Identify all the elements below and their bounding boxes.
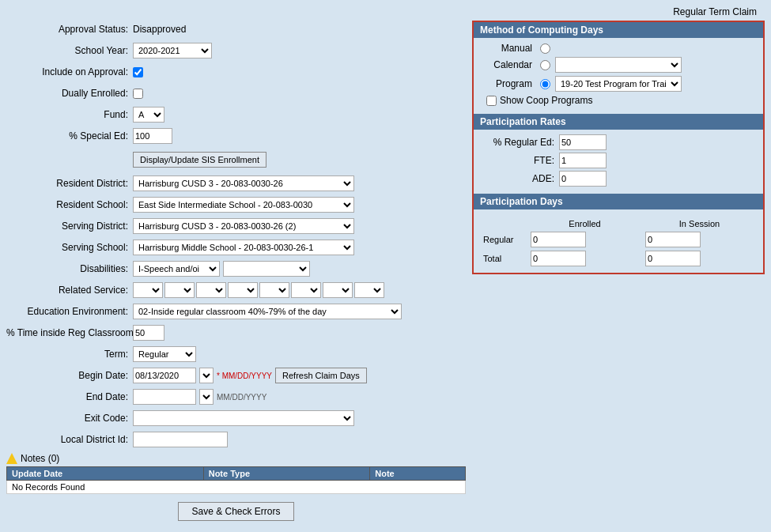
include-on-approval-label: Include on Approval: bbox=[6, 66, 133, 77]
approval-status-row: Approval Status: Disapproved bbox=[6, 21, 466, 38]
begin-date-input[interactable] bbox=[133, 368, 196, 383]
notes-col-note-type: Note Type bbox=[203, 467, 370, 481]
approval-status-value: Disapproved bbox=[133, 24, 186, 35]
related-service-select-6[interactable] bbox=[291, 282, 321, 298]
include-on-approval-row: Include on Approval: bbox=[6, 63, 466, 81]
program-select[interactable]: 19-20 Test Program for Traini bbox=[555, 76, 682, 92]
resident-school-select[interactable]: East Side Intermediate School - 20-083-0… bbox=[133, 197, 354, 213]
serving-school-row: Serving School: Harrisburg Middle School… bbox=[6, 239, 466, 256]
pct-regular-ed-label: % Regular Ed: bbox=[480, 137, 559, 148]
notes-header: Notes (0) bbox=[6, 453, 466, 464]
main-layout: Approval Status: Disapproved School Year… bbox=[6, 21, 765, 527]
participation-rates-header: Participation Rates bbox=[474, 114, 763, 130]
total-enrolled-cell bbox=[527, 249, 642, 268]
end-date-calendar[interactable] bbox=[199, 389, 214, 405]
notes-col-note: Note bbox=[370, 467, 466, 481]
pct-special-ed-input[interactable] bbox=[133, 128, 172, 144]
resident-school-label: Resident School: bbox=[6, 199, 133, 210]
related-service-row: Related Service: bbox=[6, 281, 466, 299]
fte-label: FTE: bbox=[480, 155, 559, 166]
dually-enrolled-checkbox[interactable] bbox=[133, 89, 143, 99]
resident-district-label: Resident District: bbox=[6, 178, 133, 189]
end-date-format: MM/DD/YYYY bbox=[217, 393, 266, 402]
regular-row: Regular bbox=[480, 230, 757, 249]
school-year-row: School Year: 2020-2021 2019-2020 2018-20… bbox=[6, 42, 466, 59]
disabilities-select-1[interactable]: I-Speech and/oi bbox=[133, 261, 220, 277]
term-select[interactable]: Regular Summer Extended bbox=[133, 346, 196, 362]
begin-date-calendar[interactable] bbox=[199, 368, 214, 383]
sis-button-row: Display/Update SIS Enrollment bbox=[6, 149, 466, 171]
exit-code-row: Exit Code: bbox=[6, 409, 466, 427]
save-check-errors-button[interactable]: Save & Check Errors bbox=[178, 502, 293, 521]
term-row: Term: Regular Summer Extended bbox=[6, 345, 466, 363]
serving-district-row: Serving District: Harrisburg CUSD 3 - 20… bbox=[6, 217, 466, 235]
show-coop-row: Show Coop Programs bbox=[480, 95, 757, 106]
related-service-select-7[interactable] bbox=[323, 282, 353, 298]
related-service-select-8[interactable] bbox=[354, 282, 384, 298]
fund-select[interactable]: A B C bbox=[133, 107, 164, 123]
school-year-select[interactable]: 2020-2021 2019-2020 2018-2019 bbox=[133, 43, 212, 58]
end-date-row: End Date: MM/DD/YYYY bbox=[6, 388, 466, 406]
program-row: Program 19-20 Test Program for Traini bbox=[480, 76, 757, 92]
exit-code-select[interactable] bbox=[133, 410, 354, 426]
related-service-select-4[interactable] bbox=[228, 282, 258, 298]
related-service-select-3[interactable] bbox=[196, 282, 226, 298]
serving-district-label: Serving District: bbox=[6, 221, 133, 232]
serving-school-select[interactable]: Harrisburg Middle School - 20-083-0030-2… bbox=[133, 240, 354, 255]
end-date-label: End Date: bbox=[6, 391, 133, 402]
calendar-label: Calendar bbox=[480, 59, 535, 70]
pct-time-input[interactable] bbox=[133, 325, 164, 341]
regular-enrolled-cell bbox=[527, 230, 642, 249]
begin-date-row: Begin Date: * MM/DD/YYYY Refresh Claim D… bbox=[6, 367, 466, 384]
school-year-label: School Year: bbox=[6, 45, 133, 56]
manual-label: Manual bbox=[480, 43, 535, 54]
total-in-session-input[interactable] bbox=[645, 251, 701, 266]
notes-col-update-date: Update Date bbox=[7, 467, 204, 481]
fte-input[interactable] bbox=[559, 153, 607, 168]
education-env-label: Education Environment: bbox=[6, 306, 133, 317]
display-update-sis-button[interactable]: Display/Update SIS Enrollment bbox=[133, 152, 266, 168]
program-radio[interactable] bbox=[540, 79, 550, 89]
regular-enrolled-input[interactable] bbox=[531, 232, 586, 247]
refresh-claim-days-button[interactable]: Refresh Claim Days bbox=[275, 368, 367, 383]
related-service-select-1[interactable] bbox=[133, 282, 163, 298]
related-service-controls bbox=[133, 282, 384, 298]
serving-district-select[interactable]: Harrisburg CUSD 3 - 20-083-0030-26 (2) bbox=[133, 218, 354, 234]
page-wrapper: Regular Term Claim Approval Status: Disa… bbox=[0, 0, 771, 532]
method-header: Method of Computing Days bbox=[474, 22, 763, 38]
participation-days-body: Enrolled In Session Regular bbox=[474, 209, 763, 273]
end-date-input[interactable] bbox=[133, 389, 196, 405]
calendar-radio[interactable] bbox=[540, 60, 550, 70]
total-row: Total bbox=[480, 249, 757, 268]
include-on-approval-checkbox[interactable] bbox=[133, 67, 143, 77]
related-service-select-2[interactable] bbox=[164, 282, 195, 298]
fund-label: Fund: bbox=[6, 109, 133, 120]
fund-row: Fund: A B C bbox=[6, 106, 466, 123]
resident-district-select[interactable]: Harrisburg CUSD 3 - 20-083-0030-26 bbox=[133, 175, 354, 191]
education-env-select[interactable]: 02-Inside regular classroom 40%-79% of t… bbox=[133, 304, 402, 319]
local-district-id-input[interactable] bbox=[133, 432, 228, 447]
bottom-row: Save & Check Errors bbox=[6, 502, 466, 527]
manual-radio[interactable] bbox=[540, 43, 550, 54]
related-service-label: Related Service: bbox=[6, 285, 133, 296]
ade-row: ADE: bbox=[480, 171, 757, 187]
disabilities-select-2[interactable] bbox=[223, 261, 310, 277]
calendar-select[interactable] bbox=[555, 57, 682, 73]
pct-time-label: % Time inside Reg Classroom: bbox=[6, 327, 133, 338]
pct-time-row: % Time inside Reg Classroom: bbox=[6, 324, 466, 341]
serving-school-label: Serving School: bbox=[6, 242, 133, 253]
left-panel: Approval Status: Disapproved School Year… bbox=[6, 21, 466, 527]
begin-date-required: * MM/DD/YYYY bbox=[217, 372, 272, 380]
related-service-select-5[interactable] bbox=[259, 282, 289, 298]
page-title: Regular Term Claim bbox=[6, 6, 765, 17]
show-coop-checkbox[interactable] bbox=[486, 96, 497, 106]
pct-regular-ed-input[interactable] bbox=[559, 134, 607, 150]
notes-label: Notes (0) bbox=[21, 453, 59, 464]
total-enrolled-input[interactable] bbox=[531, 251, 586, 266]
show-coop-label: Show Coop Programs bbox=[500, 95, 592, 106]
ade-input[interactable] bbox=[559, 171, 607, 187]
regular-in-session-input[interactable] bbox=[645, 232, 701, 247]
total-label: Total bbox=[480, 249, 527, 268]
participation-rates-body: % Regular Ed: FTE: ADE: bbox=[474, 130, 763, 194]
approval-status-label: Approval Status: bbox=[6, 24, 133, 35]
